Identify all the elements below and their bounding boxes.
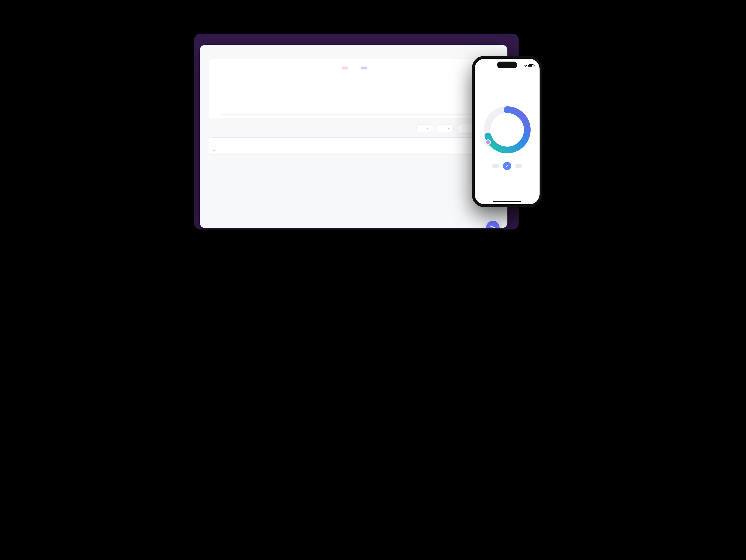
legend-registered xyxy=(361,66,369,69)
desktop-panel xyxy=(200,45,508,228)
group-by-select[interactable] xyxy=(416,124,433,132)
time-dial-wrap xyxy=(475,74,540,201)
col-date xyxy=(267,144,314,155)
table-section xyxy=(200,123,508,155)
week-title xyxy=(209,138,502,144)
chevron-down-icon xyxy=(447,128,450,129)
col-duration xyxy=(314,144,362,155)
chevron-down-icon xyxy=(427,128,429,129)
paper-plane-icon xyxy=(490,225,496,228)
battery-icon xyxy=(528,64,534,67)
dial-buttons xyxy=(492,162,522,170)
time-dial[interactable] xyxy=(482,105,532,155)
edit-button[interactable] xyxy=(503,162,511,170)
statusbar-icons xyxy=(523,64,534,67)
week-card xyxy=(209,137,503,155)
minus-30-button[interactable] xyxy=(492,164,499,168)
svg-rect-0 xyxy=(221,71,496,115)
select-all-checkbox[interactable] xyxy=(212,146,216,150)
phone-navbar xyxy=(475,69,540,74)
legend-planned xyxy=(342,66,350,69)
status-select[interactable] xyxy=(437,124,454,132)
dial-center xyxy=(482,105,532,155)
phone-notch xyxy=(497,62,517,68)
dial-handle[interactable] xyxy=(485,139,491,145)
plus-30-button[interactable] xyxy=(515,164,522,168)
phone-screen xyxy=(475,59,540,204)
swatch-registered-icon xyxy=(361,66,367,69)
phone-mock xyxy=(472,56,542,207)
timesheet-table xyxy=(209,144,502,155)
home-indicator xyxy=(493,201,521,202)
col-card xyxy=(221,144,268,155)
wifi-icon xyxy=(523,64,527,67)
col-amount xyxy=(361,144,408,155)
send-fab[interactable] xyxy=(486,221,499,228)
col-note xyxy=(408,144,455,155)
chart-area xyxy=(214,71,497,115)
chart-legend xyxy=(214,66,497,69)
swatch-planned-icon xyxy=(342,66,348,69)
table-toolbar xyxy=(200,123,508,134)
pencil-icon xyxy=(505,164,509,168)
chart-card xyxy=(209,59,503,118)
